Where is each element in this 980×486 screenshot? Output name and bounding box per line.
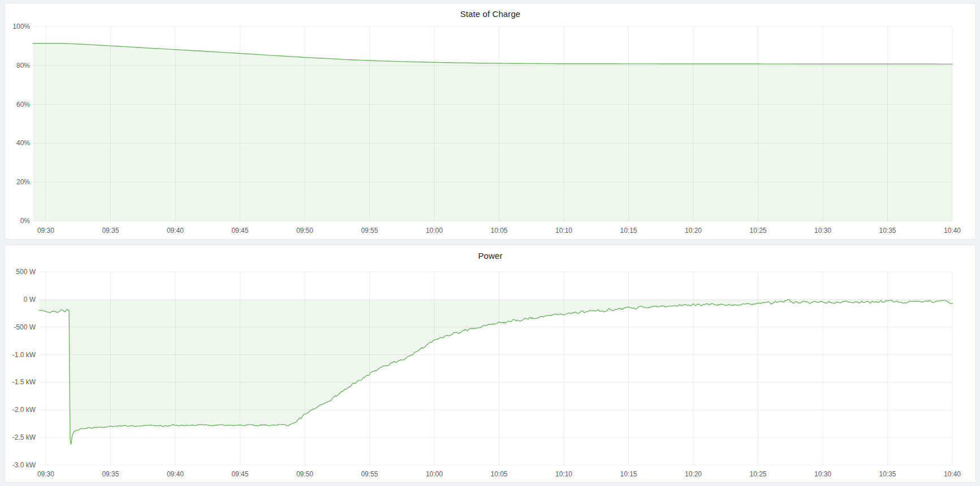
x-tick-label: 09:40 xyxy=(167,227,184,235)
power-chart-canvas[interactable]: 500 W0 W-500 W-1.0 kW-1.5 kW-2.0 kW-2.5 … xyxy=(5,245,975,482)
y-tick-label: 500 W xyxy=(16,268,36,276)
x-tick-label: 10:30 xyxy=(814,227,831,235)
x-tick-label: 10:05 xyxy=(490,470,507,478)
x-tick-label: 10:40 xyxy=(944,470,961,478)
x-tick-label: 10:40 xyxy=(944,227,961,235)
x-tick-label: 09:45 xyxy=(231,470,248,478)
y-tick-label: -1.0 kW xyxy=(12,351,36,359)
x-tick-label: 10:00 xyxy=(426,470,443,478)
panel-power: Power 500 W0 W-500 W-1.0 kW-1.5 kW-2.0 k… xyxy=(5,245,976,483)
x-tick-label: 09:40 xyxy=(167,470,184,478)
x-tick-label: 10:20 xyxy=(685,227,702,235)
y-tick-label: -3.0 kW xyxy=(12,461,36,469)
x-tick-label: 10:15 xyxy=(620,470,637,478)
x-tick-label: 10:00 xyxy=(426,227,443,235)
y-tick-label: -2.0 kW xyxy=(12,406,36,414)
x-tick-label: 10:25 xyxy=(749,470,766,478)
panel-state-of-charge: State of Charge 100%80%60%40%20%0%09:300… xyxy=(5,3,976,240)
y-tick-label: -2.5 kW xyxy=(12,433,36,441)
x-tick-label: 10:20 xyxy=(685,470,702,478)
x-tick-label: 10:25 xyxy=(749,227,766,235)
series-area-fill xyxy=(39,300,952,445)
x-tick-label: 10:15 xyxy=(620,227,637,235)
x-tick-label: 09:30 xyxy=(37,470,54,478)
y-tick-label: -1.5 kW xyxy=(12,378,36,386)
x-tick-label: 10:05 xyxy=(490,227,507,235)
y-tick-label: 20% xyxy=(16,178,30,186)
x-tick-label: 09:55 xyxy=(361,227,378,235)
x-tick-label: 09:35 xyxy=(102,227,119,235)
x-tick-label: 09:50 xyxy=(296,227,313,235)
x-tick-label: 09:55 xyxy=(361,470,378,478)
x-tick-label: 09:30 xyxy=(37,227,54,235)
series-area-fill xyxy=(33,44,952,221)
y-tick-label: 0% xyxy=(20,217,31,225)
y-tick-label: 60% xyxy=(16,101,30,109)
x-tick-label: 10:10 xyxy=(555,227,572,235)
state-of-charge-chart-canvas[interactable]: 100%80%60%40%20%0%09:3009:3509:4009:4509… xyxy=(5,3,975,239)
y-tick-label: 0 W xyxy=(24,296,36,303)
x-tick-label: 10:35 xyxy=(879,227,896,235)
x-tick-label: 09:50 xyxy=(296,470,313,478)
y-tick-label: 100% xyxy=(12,23,30,31)
y-tick-label: -500 W xyxy=(14,323,36,331)
y-tick-label: 40% xyxy=(16,139,30,147)
y-tick-label: 80% xyxy=(16,62,30,70)
x-tick-label: 09:35 xyxy=(102,470,119,478)
x-tick-label: 09:45 xyxy=(231,227,248,235)
x-tick-label: 10:30 xyxy=(814,470,831,478)
x-tick-label: 10:10 xyxy=(555,470,572,478)
x-tick-label: 10:35 xyxy=(879,470,896,478)
